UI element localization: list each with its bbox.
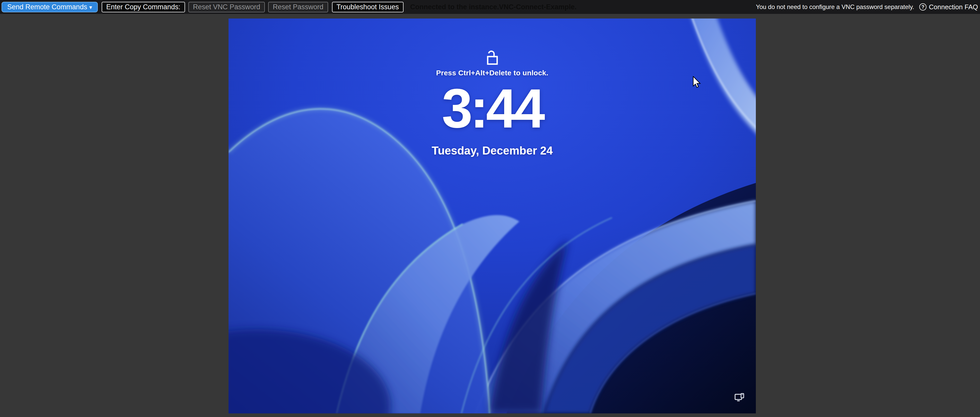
enter-copy-commands-label: Enter Copy Commands: <box>106 3 180 11</box>
connection-faq-link[interactable]: ? Connection FAQ <box>919 3 978 11</box>
mouse-cursor <box>692 76 701 89</box>
lock-screen-clock: 3:44 <box>229 81 756 136</box>
connection-faq-label: Connection FAQ <box>929 3 978 11</box>
remote-desktop-screen[interactable]: Press Ctrl+Alt+Delete to unlock. 3:44 Tu… <box>229 19 756 414</box>
vnc-client-page: { "toolbar": { "send_remote_commands_lab… <box>0 0 980 417</box>
lock-screen-date: Tuesday, December 24 <box>229 144 756 157</box>
unlock-hint-text: Press Ctrl+Alt+Delete to unlock. <box>229 69 756 77</box>
troubleshoot-issues-button[interactable]: Troubleshoot Issues <box>332 2 404 12</box>
vnc-password-note: You do not need to configure a VNC passw… <box>756 3 914 11</box>
lock-screen: Press Ctrl+Alt+Delete to unlock. 3:44 Tu… <box>229 19 756 414</box>
reset-vnc-password-button[interactable]: Reset VNC Password <box>188 2 265 12</box>
help-circle-icon: ? <box>919 3 926 11</box>
send-remote-commands-button[interactable]: Send Remote Commands ▾ <box>2 2 98 12</box>
toolbar: Send Remote Commands ▾ Enter Copy Comman… <box>0 0 980 14</box>
unlock-padlock-icon <box>486 47 498 65</box>
reset-vnc-password-label: Reset VNC Password <box>193 3 260 11</box>
troubleshoot-issues-label: Troubleshoot Issues <box>337 3 399 11</box>
reset-password-label: Reset Password <box>273 3 323 11</box>
connection-status-text: Connected to the instance.VNC-Connect-Ex… <box>410 3 577 11</box>
reset-password-button[interactable]: Reset Password <box>268 2 328 12</box>
toolbar-right-group: You do not need to configure a VNC passw… <box>756 3 978 11</box>
connected-display-icon[interactable] <box>734 392 745 403</box>
send-remote-commands-label: Send Remote Commands <box>7 3 87 11</box>
enter-copy-commands-button[interactable]: Enter Copy Commands: <box>102 2 185 12</box>
chevron-down-icon: ▾ <box>89 5 92 10</box>
